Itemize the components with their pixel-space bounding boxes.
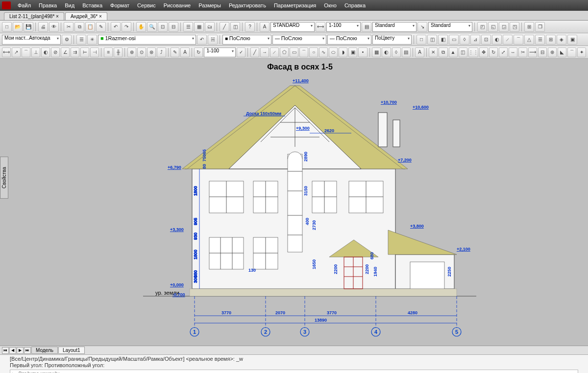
drawing-area[interactable]: Свойства Фасад в осях 1-5 ур. земли [0, 59, 588, 346]
menu-format[interactable]: Формат [106, 2, 133, 8]
tool-e-icon[interactable]: ◊ [460, 35, 469, 45]
layer-state-icon[interactable]: ✳ [87, 35, 97, 45]
mod-chamfer-icon[interactable]: ◣ [558, 47, 566, 57]
tool-palette-icon[interactable]: ▦ [194, 22, 204, 32]
mod-scale-icon[interactable]: ⤢ [499, 47, 508, 57]
menu-file[interactable]: Файл [14, 2, 35, 8]
tool-o-icon[interactable]: ▣ [567, 35, 577, 45]
dim-apply-icon[interactable]: ✓ [237, 47, 245, 57]
layer-select[interactable]: ■ 1Razmer-osi [98, 35, 196, 45]
paste-icon[interactable]: 📋 [85, 22, 95, 32]
tool-a-icon[interactable]: □ [416, 35, 426, 45]
zoom-icon[interactable]: 🔍 [147, 22, 157, 32]
dim-space-icon[interactable]: ≡ [104, 47, 113, 57]
save-icon[interactable]: 💾 [24, 22, 33, 32]
draw-pline-icon[interactable]: ⟋ [270, 47, 279, 57]
layout-prev-icon[interactable]: ◀ [9, 347, 16, 354]
tool-g-icon[interactable]: ⊡ [481, 35, 491, 45]
dim-dia-icon[interactable]: ⊘ [51, 47, 60, 57]
dim-ord-icon[interactable]: ⊥ [31, 47, 40, 57]
draw-rect-icon[interactable]: ▭ [290, 47, 298, 57]
linetype-select[interactable]: — ПоСлою [272, 35, 326, 45]
layout-last-icon[interactable]: ⏭ [24, 347, 31, 354]
dim-update-icon[interactable]: ↻ [194, 47, 203, 57]
tolerance-icon[interactable]: ⊕ [127, 47, 136, 57]
cascade-icon[interactable]: ❐ [535, 22, 545, 32]
properties-panel-tab[interactable]: Свойства [0, 157, 8, 199]
mod-erase-icon[interactable]: ✕ [429, 47, 438, 57]
block-icon[interactable]: ◫ [230, 22, 240, 32]
dim-base-icon[interactable]: ⊢ [80, 47, 89, 57]
dim-scale-select[interactable]: 1-100 [326, 22, 361, 32]
win-3-icon[interactable]: ◲ [499, 22, 509, 32]
dim-ang-icon[interactable]: ∠ [61, 47, 70, 57]
draw-line-icon[interactable]: ╱ [250, 47, 259, 57]
dim-quick-icon[interactable]: ⇉ [71, 47, 79, 57]
lineweight-select[interactable]: — ПоСлою [327, 35, 371, 45]
mod-move-icon[interactable]: ✥ [479, 47, 488, 57]
match-icon[interactable]: ✎ [96, 22, 106, 32]
menu-edit[interactable]: Правка [35, 2, 61, 8]
preview-icon[interactable]: 👁 [49, 22, 59, 32]
draw-ell-arc-icon[interactable]: ◗ [339, 47, 347, 57]
props-icon[interactable]: ☰ [183, 22, 193, 32]
menu-window[interactable]: Окно [320, 2, 341, 8]
menu-view[interactable]: Вид [61, 2, 78, 8]
tool-m-icon[interactable]: ⊞ [546, 35, 556, 45]
gradient-icon[interactable]: ◐ [382, 47, 391, 57]
draw-ray-icon[interactable]: → [260, 47, 269, 57]
zoom-prev-icon[interactable]: ⊟ [169, 22, 178, 32]
mod-mirror-icon[interactable]: ▲ [449, 47, 458, 57]
dim-rad-icon[interactable]: ◐ [41, 47, 50, 57]
layer-prev-icon[interactable]: ↶ [197, 35, 207, 45]
menu-modify[interactable]: Редактировать [225, 2, 270, 8]
hatch-icon[interactable]: ▦ [372, 47, 381, 57]
win-1-icon[interactable]: ◰ [477, 22, 487, 32]
command-input[interactable] [18, 371, 576, 373]
mod-stretch-icon[interactable]: ↔ [509, 47, 517, 57]
mod-array-icon[interactable]: ⋮⋮ [468, 47, 478, 57]
tool-l-icon[interactable]: ☰ [535, 35, 545, 45]
layout-next-icon[interactable]: ▶ [17, 347, 24, 354]
color-select[interactable]: ■ ПоСлою [222, 35, 271, 45]
mleader-icon[interactable]: ↘ [417, 22, 427, 32]
dim-tedit-icon[interactable]: A [180, 47, 189, 57]
tool-f-icon[interactable]: ⊿ [470, 35, 480, 45]
center-icon[interactable]: ⊙ [137, 47, 146, 57]
mod-explode-icon[interactable]: ✦ [577, 47, 586, 57]
dim-aligned-icon[interactable]: ↗ [12, 47, 21, 57]
undo-icon[interactable]: ↶ [111, 22, 121, 32]
dim-scale-select-2[interactable]: 1-100 [204, 47, 236, 57]
draw-spline-icon[interactable]: ∿ [319, 47, 328, 57]
tool-c-icon[interactable]: ◧ [438, 35, 448, 45]
redo-icon[interactable]: ↷ [122, 22, 131, 32]
dim-style-icon[interactable]: ⟷ [316, 22, 325, 32]
zoom-win-icon[interactable]: ⊡ [158, 22, 168, 32]
tool-i-icon[interactable]: ⟋ [503, 35, 513, 45]
jog-icon[interactable]: ⤴ [157, 47, 166, 57]
line-icon[interactable]: ╱ [220, 22, 229, 32]
mod-break-icon[interactable]: ⊟ [538, 47, 547, 57]
menu-draw[interactable]: Рисование [160, 2, 195, 8]
layer-props-icon[interactable]: ☰ [76, 35, 86, 45]
draw-circ-icon[interactable]: ○ [309, 47, 318, 57]
mod-copy-icon[interactable]: ⧉ [439, 47, 447, 57]
doc-tab-2[interactable]: Андрей_36* × [65, 12, 107, 20]
table-icon[interactable]: ▤ [402, 47, 411, 57]
tile-icon[interactable]: ⊞ [524, 22, 534, 32]
dim-linear-icon[interactable]: ⟷ [2, 47, 11, 57]
cut-icon[interactable]: ✂ [64, 22, 74, 32]
tool-j-icon[interactable]: ⌒ [514, 35, 523, 45]
plotstyle-select[interactable]: ПоЦвету [372, 35, 412, 45]
draw-point-icon[interactable]: • [358, 47, 367, 57]
mod-fillet-icon[interactable]: ⌒ [567, 47, 576, 57]
workspace-select[interactable]: Мои наст...Автокада [2, 35, 61, 45]
dim-cont-icon[interactable]: ⊣ [90, 47, 99, 57]
draw-poly-icon[interactable]: ⬠ [280, 47, 289, 57]
mod-offset-icon[interactable]: ◫ [459, 47, 467, 57]
menu-help[interactable]: Справка [341, 2, 369, 8]
dim-edit-icon[interactable]: ✎ [171, 47, 179, 57]
tool-d-icon[interactable]: ▭ [449, 35, 459, 45]
mtext-icon[interactable]: A [415, 47, 424, 57]
mod-join-icon[interactable]: ⊕ [548, 47, 557, 57]
